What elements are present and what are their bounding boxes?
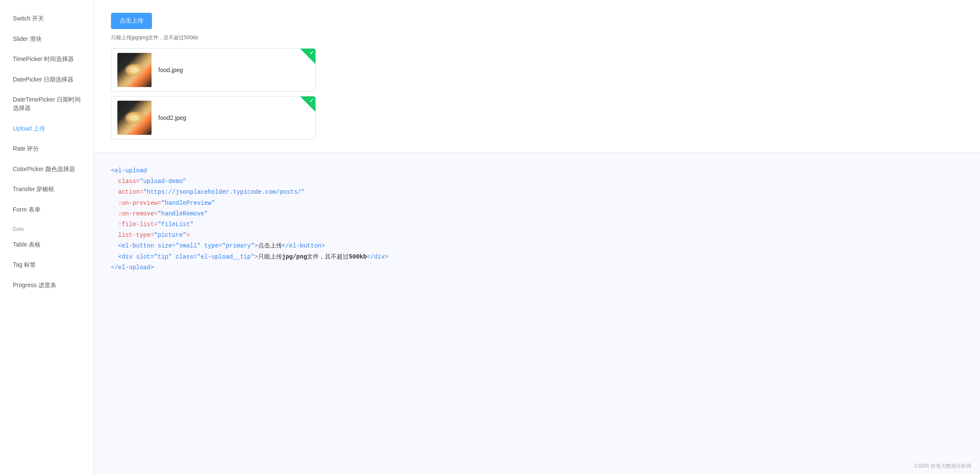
sidebar-item-colorpicker[interactable]: ColorPicker 颜色选择器 — [0, 159, 93, 180]
code-line-10: </el-upload> — [111, 262, 963, 273]
file-item-2: food2.jpeg ✓ — [111, 96, 316, 140]
upload-tip: 只能上传jpg/png文件，且不超过500kb — [111, 34, 963, 41]
code-line-5: :on-remove="handleRemove" — [111, 209, 963, 219]
file-check-1: ✓ — [300, 49, 315, 64]
code-line-8: <el-button size="small" type="primary">点… — [111, 241, 963, 251]
file-thumb-1 — [117, 53, 152, 87]
check-icon-2: ✓ — [309, 98, 314, 103]
sidebar-item-rate[interactable]: Rate 评分 — [0, 139, 93, 159]
upload-button[interactable]: 点击上传 — [111, 13, 152, 29]
sidebar-item-progress[interactable]: Progress 进度条 — [0, 275, 93, 296]
code-line-9: <div slot="tip" class="el-upload__tip">只… — [111, 252, 963, 262]
code-section: <el-upload class="upload-demo" action="h… — [94, 153, 980, 474]
sidebar-item-datepicker[interactable]: DatePicker 日期选择器 — [0, 70, 93, 90]
footer-credit: CSDN @准大数据分析师 — [914, 462, 971, 470]
sidebar-item-transfer[interactable]: Transfer 穿梭框 — [0, 179, 93, 200]
file-thumb-2 — [117, 101, 152, 135]
file-name-2: food2.jpeg — [158, 114, 186, 121]
file-name-1: food.jpeg — [158, 67, 183, 73]
sidebar-item-datetimepicker[interactable]: DateTimePicker 日期时间选择器 — [0, 90, 93, 118]
code-line-4: :on-preview="handlePreview" — [111, 198, 963, 209]
sidebar-item-timepicker[interactable]: TimePicker 时间选择器 — [0, 49, 93, 70]
file-item-1: food.jpeg ✓ — [111, 48, 316, 92]
code-line-3: action="https://jsonplaceholder.typicode… — [111, 187, 963, 198]
file-check-2: ✓ — [300, 96, 315, 112]
file-list: food.jpeg ✓ food2.jpeg ✓ — [111, 48, 316, 140]
code-line-7: list-type="picture"> — [111, 230, 963, 241]
code-line-2: class="upload-demo" — [111, 176, 963, 187]
sidebar-item-form[interactable]: Form 表单 — [0, 200, 93, 220]
sidebar-item-switch[interactable]: Switch 开关 — [0, 9, 93, 29]
check-icon-1: ✓ — [309, 50, 314, 55]
sidebar-item-upload[interactable]: Upload 上传 — [0, 119, 93, 139]
sidebar: Switch 开关 Slider 滑块 TimePicker 时间选择器 Dat… — [0, 0, 94, 474]
food-image-2 — [117, 101, 152, 135]
sidebar-item-table[interactable]: Table 表格 — [0, 235, 93, 255]
sidebar-item-slider[interactable]: Slider 滑块 — [0, 29, 93, 49]
sidebar-section-data: Data — [0, 220, 93, 235]
code-line-1: <el-upload — [111, 166, 963, 176]
food-image-1 — [117, 53, 152, 87]
main-content: 点击上传 只能上传jpg/png文件，且不超过500kb food.jpeg ✓… — [94, 0, 980, 474]
code-line-6: :file-list="fileList" — [111, 219, 963, 230]
demo-section: 点击上传 只能上传jpg/png文件，且不超过500kb food.jpeg ✓… — [94, 0, 980, 153]
sidebar-item-tag[interactable]: Tag 标签 — [0, 255, 93, 275]
